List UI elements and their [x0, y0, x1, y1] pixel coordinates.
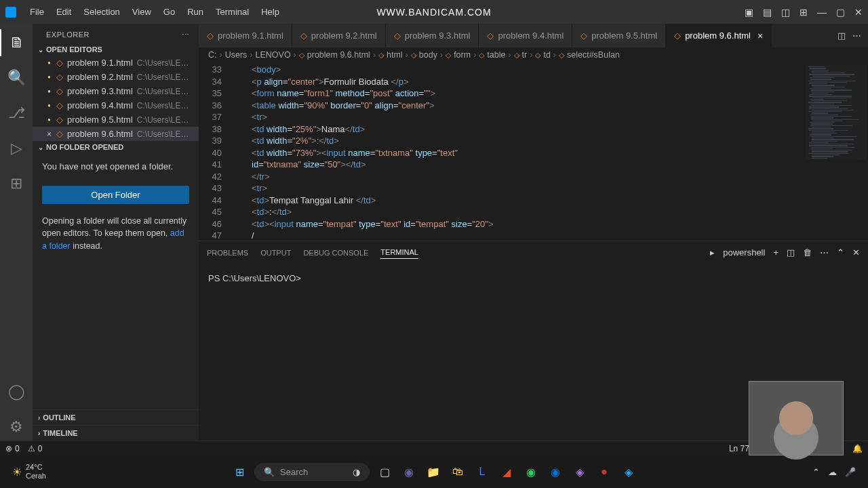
no-folder-message: You have not yet opened a folder. — [33, 153, 199, 180]
breadcrumb-item[interactable]: body — [419, 50, 437, 60]
breadcrumb-item[interactable]: tr — [522, 50, 528, 60]
breadcrumb-item[interactable]: html — [387, 50, 403, 60]
open-editor-item[interactable]: ×◇problem 9.6.html C:\Users\LENO... — [33, 127, 199, 141]
settings-gear-icon[interactable]: ⚙ — [0, 413, 33, 441]
panel-tab-debug-console[interactable]: DEBUG CONSOLE — [303, 247, 368, 259]
sidebar-more-icon[interactable]: ⋯ — [182, 30, 190, 39]
search-view-icon[interactable]: 🔍 — [0, 64, 33, 92]
editor-tab[interactable]: ◇problem 9.2.html — [292, 24, 386, 47]
panel-more-icon[interactable]: ⋯ — [820, 245, 829, 260]
tray-chevron-icon[interactable]: ⌃ — [812, 467, 820, 477]
menu-view[interactable]: View — [127, 4, 157, 20]
layout-custom-icon[interactable]: ⊞ — [800, 7, 808, 18]
code-content[interactable]: <body><p align="center">Formulir Biodata… — [233, 62, 868, 241]
menu-bar: FileEditSelectionViewGoRunTerminalHelp — [24, 4, 285, 20]
record-icon[interactable]: ● — [595, 462, 614, 481]
menu-run[interactable]: Run — [182, 4, 209, 20]
whatsapp-icon[interactable]: ◉ — [521, 462, 540, 481]
code-editor[interactable]: 33343536373839404142434445464748495051 <… — [199, 62, 868, 241]
breadcrumb-item[interactable]: problem 9.6.html — [307, 50, 370, 60]
notifications-icon[interactable]: 🔔 — [852, 444, 863, 453]
accounts-icon[interactable]: ◯ — [0, 378, 33, 405]
panel-tab-terminal[interactable]: TERMINAL — [380, 246, 418, 259]
task-view-icon[interactable]: ▢ — [375, 462, 394, 481]
more-actions-icon[interactable]: ⋯ — [852, 30, 861, 41]
split-editor-icon[interactable]: ◫ — [837, 30, 846, 41]
warnings-status[interactable]: ⚠ 0 — [28, 444, 43, 453]
weather-widget[interactable]: ☀ 24°CCerah — [12, 463, 46, 481]
editor-tab[interactable]: ◇problem 9.3.html — [386, 24, 479, 47]
panel-tab-problems[interactable]: PROBLEMS — [207, 247, 248, 259]
tray-mic-icon[interactable]: 🎤 — [845, 467, 856, 477]
breadcrumb-item[interactable]: Users — [225, 50, 248, 60]
sidebar-toggle-icon[interactable]: ◫ — [781, 7, 790, 18]
editor-tab[interactable]: ◇problem 9.1.html — [199, 24, 292, 47]
split-terminal-icon[interactable]: ◫ — [787, 245, 795, 260]
breadcrumb-item[interactable]: LENOVO — [256, 50, 291, 60]
close-window-button[interactable]: ✕ — [854, 7, 863, 18]
breadcrumb-item[interactable]: table — [487, 50, 505, 60]
menu-go[interactable]: Go — [158, 4, 180, 20]
panel-tab-output[interactable]: OUTPUT — [260, 247, 291, 259]
vscode-taskbar-icon[interactable]: ◈ — [619, 462, 638, 481]
breadcrumb-item[interactable]: select#sBulan — [567, 50, 620, 60]
timeline-header[interactable]: › TIMELINE — [33, 425, 199, 441]
kill-terminal-icon[interactable]: 🗑 — [803, 245, 812, 260]
breadcrumb[interactable]: C:›Users›LENOVO›◇problem 9.6.html›◇html›… — [199, 47, 868, 62]
outline-header[interactable]: › OUTLINE — [33, 409, 199, 425]
open-editor-item[interactable]: ●◇problem 9.1.html C:\Users\LENO... — [33, 56, 199, 70]
maximize-panel-icon[interactable]: ⌃ — [837, 245, 844, 260]
extensions-icon[interactable]: ⊞ — [0, 170, 33, 197]
close-panel-icon[interactable]: ✕ — [852, 245, 860, 260]
minimap[interactable] — [806, 65, 867, 160]
editor-tab[interactable]: ◇problem 9.5.html — [572, 24, 666, 47]
open-editor-item[interactable]: ●◇problem 9.2.html C:\Users\LENO... — [33, 70, 199, 84]
terminal-profile-icon[interactable]: ▸ — [710, 245, 715, 260]
store-icon[interactable]: 🛍 — [448, 462, 467, 481]
app-icon[interactable]: L — [473, 462, 492, 481]
open-editor-item[interactable]: ●◇problem 9.5.html C:\Users\LENO... — [33, 113, 199, 127]
menu-help[interactable]: Help — [256, 4, 285, 20]
open-editor-item[interactable]: ●◇problem 9.3.html C:\Users\LENO... — [33, 84, 199, 98]
maximize-button[interactable]: ▢ — [836, 7, 845, 18]
start-button[interactable]: ⊞ — [230, 462, 249, 481]
file-explorer-icon[interactable]: 📁 — [424, 462, 443, 481]
menu-edit[interactable]: Edit — [51, 4, 77, 20]
open-folder-button[interactable]: Open Folder — [42, 186, 189, 204]
errors-status[interactable]: ⊗ 0 — [5, 444, 20, 453]
breadcrumb-item[interactable]: td — [543, 50, 550, 60]
modified-dot-icon: ● — [46, 102, 52, 108]
layout-toggle-icon[interactable]: ▣ — [745, 7, 753, 18]
edge-icon[interactable]: ◉ — [546, 462, 565, 481]
editor-tab[interactable]: ◇problem 9.4.html — [479, 24, 572, 47]
terminal-content[interactable]: PS C:\Users\LENOVO> — [199, 264, 868, 293]
editor-tab[interactable]: ◇problem 9.6.html× — [666, 24, 772, 47]
chevron-right-icon: › — [38, 430, 40, 437]
taskbar-search[interactable]: 🔍 Search ◑ — [254, 463, 370, 481]
visual-studio-icon[interactable]: ◈ — [570, 462, 589, 481]
breadcrumb-item[interactable]: form — [454, 50, 471, 60]
tray-cloud-icon[interactable]: ☁ — [828, 467, 837, 477]
menu-selection[interactable]: Selection — [78, 4, 125, 20]
teams-icon[interactable]: ◉ — [399, 462, 418, 481]
menu-file[interactable]: File — [24, 4, 50, 20]
source-control-icon[interactable]: ⎇ — [0, 100, 33, 127]
activity-bar: 🗎 🔍 ⎇ ▷ ⊞ ◯ ⚙ — [0, 24, 33, 441]
breadcrumb-item[interactable]: C: — [208, 50, 217, 60]
weather-icon: ☀ — [12, 466, 22, 479]
open-editors-header[interactable]: ⌄ OPEN EDITORS — [33, 43, 199, 56]
terminal-shell-label[interactable]: powershell — [723, 245, 765, 260]
app-icon-2[interactable]: ◢ — [497, 462, 516, 481]
close-tab-icon[interactable]: × — [757, 30, 763, 41]
html-file-icon: ◇ — [56, 72, 63, 82]
run-debug-icon[interactable]: ▷ — [0, 135, 33, 162]
minimize-button[interactable]: ― — [817, 7, 827, 18]
menu-terminal[interactable]: Terminal — [210, 4, 254, 20]
new-terminal-icon[interactable]: + — [773, 245, 778, 260]
open-editor-item[interactable]: ●◇problem 9.4.html C:\Users\LENO... — [33, 98, 199, 113]
panel-toggle-icon[interactable]: ▤ — [763, 7, 772, 18]
explorer-view-icon[interactable]: 🗎 — [0, 29, 33, 56]
no-folder-header[interactable]: ⌄ NO FOLDER OPENED — [33, 141, 199, 153]
vscode-logo-icon — [5, 7, 16, 18]
close-icon[interactable]: × — [46, 129, 52, 139]
